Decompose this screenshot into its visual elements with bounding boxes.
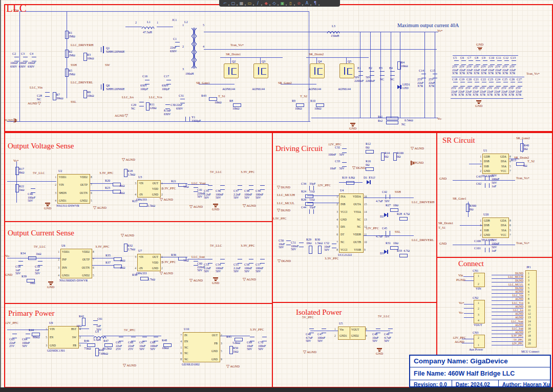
component-label[interactable]: C31 bbox=[179, 94, 184, 98]
capacitor-symbol[interactable] bbox=[460, 82, 465, 86]
component-label[interactable]: 100nF 50V bbox=[328, 153, 345, 157]
component-label[interactable]: C33 bbox=[335, 160, 340, 163]
component-label[interactable]: 10kΩ bbox=[295, 107, 302, 111]
component-label[interactable]: C63 22uF 25V bbox=[9, 338, 15, 348]
resistor-symbol[interactable] bbox=[316, 103, 324, 107]
resistor-symbol[interactable] bbox=[124, 169, 127, 177]
resistor-symbol[interactable] bbox=[393, 153, 397, 161]
net-label[interactable]: SR_Drain1 bbox=[226, 52, 241, 56]
net-label[interactable]: DGND bbox=[492, 279, 523, 282]
component-label[interactable]: C70 100nF 50V bbox=[258, 341, 266, 351]
component-label[interactable]: C101 bbox=[474, 247, 481, 250]
net-label[interactable]: LLC_MCUH bbox=[277, 193, 295, 197]
resistor-symbol[interactable] bbox=[104, 343, 113, 347]
component-label[interactable]: AON6144 bbox=[252, 88, 265, 91]
component-label[interactable]: MCU Connect bbox=[521, 350, 539, 354]
component-label[interactable]: 10Ω bbox=[76, 324, 81, 328]
component-label[interactable]: 25V 22uF X7R bbox=[509, 65, 516, 75]
component-label[interactable]: C29 NC bbox=[131, 103, 136, 110]
net-label[interactable]: AGND bbox=[492, 297, 523, 301]
component-label[interactable]: R26 51Ω bbox=[301, 198, 314, 202]
component-label[interactable]: C5 bbox=[453, 56, 457, 60]
component-label[interactable]: C34 33pF bbox=[301, 182, 315, 186]
component-label[interactable]: 51Ω bbox=[183, 259, 188, 263]
capacitor-symbol[interactable] bbox=[380, 71, 385, 76]
component-label[interactable]: R6 10kΩ bbox=[87, 91, 94, 97]
component-label[interactable]: C20 bbox=[466, 78, 472, 81]
capacitor-symbol[interactable] bbox=[461, 60, 466, 65]
component-label[interactable]: NC bbox=[390, 78, 394, 81]
component-label[interactable]: R25 bbox=[132, 200, 137, 203]
component-label[interactable]: 50V 1uF bbox=[492, 246, 497, 252]
diode-symbol[interactable] bbox=[367, 180, 370, 184]
net-label[interactable]: 12V_PFC bbox=[492, 342, 523, 345]
net-label[interactable]: 5V_LLC bbox=[210, 170, 222, 173]
component-label[interactable]: C66 22uF 25V bbox=[128, 341, 134, 351]
net-label[interactable]: 3.3V_PFC bbox=[99, 171, 114, 175]
component-label[interactable]: 25V 22uF X7R bbox=[516, 86, 522, 97]
component-label[interactable]: 10kΩ bbox=[162, 346, 168, 350]
net-label[interactable]: LLC_MCUL bbox=[277, 201, 294, 205]
component-label[interactable]: R4 10kΩ bbox=[401, 61, 408, 68]
component-label[interactable]: 25V 22uF X7R bbox=[481, 65, 487, 75]
component-label[interactable]: R11 120Ω bbox=[150, 103, 156, 110]
component-label[interactable]: R7 39kΩ bbox=[56, 93, 63, 100]
component-label[interactable]: D3 bbox=[380, 252, 384, 255]
component-label[interactable]: R50 1kΩ bbox=[233, 346, 238, 353]
component-label[interactable]: L3 bbox=[332, 25, 335, 28]
net-label[interactable]: 3.3V_PFC bbox=[162, 260, 176, 264]
capacitor-symbol[interactable] bbox=[454, 60, 459, 65]
component-label[interactable]: C23 bbox=[488, 78, 493, 81]
component-label[interactable]: R16 0Ω bbox=[366, 160, 371, 166]
resistor-symbol[interactable] bbox=[53, 92, 56, 100]
resistor-symbol[interactable] bbox=[229, 346, 233, 354]
place-image-icon[interactable]: ▣▾ bbox=[279, 1, 286, 6]
header-JP1[interactable] bbox=[525, 270, 537, 347]
net-label[interactable]: 5V_PFC bbox=[124, 328, 136, 332]
component-label[interactable]: 25V 22uF X7R bbox=[501, 86, 507, 97]
net-label[interactable]: AGND bbox=[492, 305, 523, 309]
component-label[interactable]: R43 bbox=[201, 94, 206, 98]
net-label[interactable]: SR_Gate1 bbox=[196, 81, 210, 84]
component-label[interactable]: R33 4.7Ω bbox=[397, 249, 410, 253]
net-label[interactable]: LLC_Iout bbox=[192, 255, 205, 258]
component-label[interactable]: 25V 22uF X7R bbox=[465, 86, 472, 97]
component-label[interactable]: C13 bbox=[511, 56, 516, 60]
component-label[interactable]: R2 2MΩ bbox=[69, 50, 75, 57]
component-label[interactable]: 25V 22uF X7R bbox=[466, 65, 473, 75]
component-label[interactable]: R300 0Ω bbox=[470, 204, 476, 211]
component-label[interactable]: C24 bbox=[495, 78, 500, 81]
component-label[interactable]: AON6144 bbox=[308, 88, 321, 91]
component-label[interactable]: C64 100nF 50V bbox=[22, 338, 30, 348]
component-label[interactable]: R47 bbox=[103, 339, 109, 343]
component-label[interactable]: R39 bbox=[22, 275, 27, 278]
component-label[interactable]: 100nF 630V bbox=[28, 61, 35, 68]
capacitor-symbol[interactable] bbox=[511, 82, 515, 86]
capacitor-symbol[interactable] bbox=[485, 183, 490, 188]
capacitor-symbol[interactable] bbox=[490, 60, 495, 65]
net-label[interactable]: 3.3V_PFC bbox=[250, 328, 264, 331]
component-label[interactable]: C7 bbox=[467, 56, 471, 60]
component-label[interactable]: 25V 22uF X7R bbox=[473, 86, 479, 97]
resistor-symbol[interactable] bbox=[305, 194, 313, 198]
component-label[interactable]: 50V 100nF bbox=[492, 174, 499, 181]
component-label[interactable]: C38 100nF 50V bbox=[244, 189, 252, 200]
component-label[interactable]: 25V 22uF X7R bbox=[417, 78, 423, 88]
component-label[interactable]: CN2 bbox=[473, 296, 478, 300]
inductor-symbol[interactable] bbox=[141, 25, 155, 29]
component-label[interactable]: 4.7uF 50V bbox=[376, 235, 390, 238]
resistor-symbol[interactable] bbox=[305, 202, 313, 206]
resistor-symbol[interactable] bbox=[397, 61, 401, 70]
capacitor-symbol[interactable] bbox=[165, 104, 170, 109]
component-label[interactable]: C18 bbox=[452, 78, 457, 81]
component-label[interactable]: 0.5mΩ bbox=[405, 119, 413, 122]
component-label[interactable]: R49 7.68kΩ bbox=[99, 349, 108, 355]
net-label[interactable]: LLC_Vcs bbox=[492, 301, 523, 305]
resistor-symbol[interactable] bbox=[15, 167, 19, 175]
net-label[interactable]: LLC_DRIVERH bbox=[412, 200, 434, 204]
component-label[interactable]: E2 bbox=[369, 67, 372, 70]
component-label[interactable]: C14 bbox=[419, 69, 424, 73]
capacitor-symbol[interactable] bbox=[342, 162, 347, 167]
net-label[interactable]: SR_Gate2 bbox=[278, 81, 292, 84]
component-label[interactable]: C32 bbox=[335, 146, 340, 149]
